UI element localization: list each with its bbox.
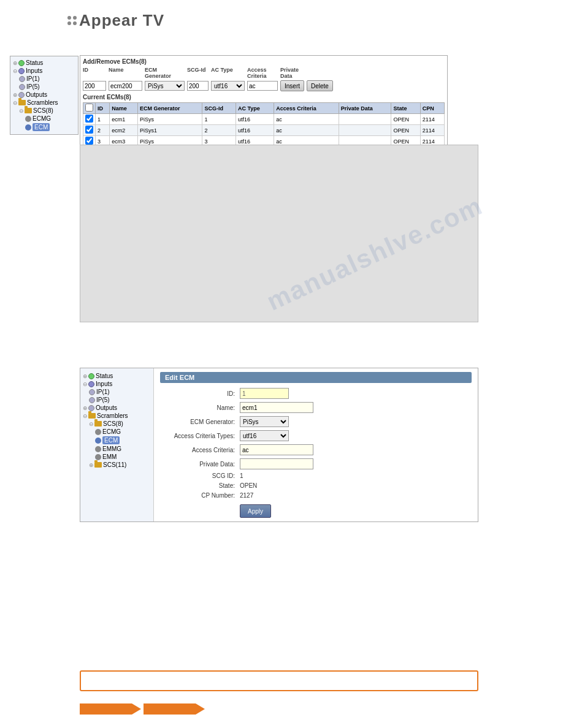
nav-ecmg-bottom[interactable]: ECMG [83,428,151,436]
form-row-ac: Access Criteria: [160,444,472,455]
logo-dot [73,21,77,25]
nav-scs8-bottom[interactable]: ⊖ SCS(8) [83,420,151,428]
nav-ip1-top[interactable]: IP(1) [13,75,75,83]
cell-ac: ac [274,125,339,136]
nav-status-label-bottom: Status [96,373,113,379]
col-gen: ECM Generator [138,103,202,114]
add-id-input[interactable] [83,81,106,91]
state-value: OPEN [240,482,257,489]
add-ac-input[interactable] [247,81,278,91]
nav-scs8-label-top: SCS(8) [33,107,53,114]
nav-outputs-top[interactable]: ⊕ Outputs [13,91,75,99]
private-data-input[interactable] [240,458,313,469]
delete-button[interactable]: Delete [307,80,333,91]
col-pvt: Private Data [339,103,391,114]
logo-dot [67,21,71,25]
cell-pvt [339,125,391,136]
id-input[interactable] [240,388,289,399]
edit-ecm-title: Edit ECM [160,372,472,383]
name-input[interactable] [240,402,313,413]
logo-dot [67,16,71,20]
private-data-label: Private Data: [160,461,240,468]
nav-tree-bottom: ⊕ Status ⊖ Inputs IP(1) IP(5) ⊕ Outputs … [80,368,154,521]
logo-dot [73,16,77,20]
nav-outputs-label-top: Outputs [26,91,47,98]
col-id: ID [96,103,110,114]
nav-inputs-bottom[interactable]: ⊖ Inputs [83,380,151,388]
add-scgid-input[interactable] [187,81,209,91]
cell-cpn: 2114 [420,114,444,125]
nav-ecmg-top[interactable]: ECMG [13,115,75,123]
nav-emmg-bottom[interactable]: EMMG [83,445,151,453]
add-name-input[interactable] [109,81,142,91]
col-cpn: CPN [420,103,444,114]
name-label: Name: [160,404,240,411]
nav-ip5-top[interactable]: IP(5) [13,83,75,91]
row-checkbox[interactable] [85,126,93,134]
nav-ecm-label-bottom: ECM [102,436,120,444]
nav-emm-bottom[interactable]: EMM [83,453,151,461]
nav-ip5-label-bottom: IP(5) [96,396,110,403]
cell-state: OPEN [391,114,420,125]
nav-outputs-bottom[interactable]: ⊕ Outputs [83,404,151,412]
nav-status-bottom[interactable]: ⊕ Status [83,372,151,380]
form-row-name: Name: [160,402,472,413]
cell-id: 2 [96,125,110,136]
cell-scg: 1 [202,114,236,125]
form-row-cpn: CP Number: 2127 [160,492,472,499]
nav-ip1-label-top: IP(1) [26,75,40,82]
table-row: 1 ecm1 PiSys 1 utf16 ac OPEN 2114 [83,114,445,125]
nav-status-top[interactable]: ⊕ Status [13,59,75,67]
nav-scramblers-top[interactable]: ⊖ Scramblers [13,99,75,107]
nav-scs8-top[interactable]: ⊖ SCS(8) [13,107,75,115]
cell-ac: ac [274,114,339,125]
col-state: State [391,103,420,114]
state-label: State: [160,482,240,489]
ac-input[interactable] [240,444,313,455]
nav-inputs-top[interactable]: ⊖ Inputs [13,67,75,75]
cell-cpn: 2114 [420,125,444,136]
insert-button[interactable]: Insert [280,80,304,91]
apply-button[interactable]: Apply [240,504,271,518]
add-actype-select[interactable]: utf16 [211,81,245,91]
nav-emmg-label-bottom: EMMG [102,446,121,452]
nav-ip5-bottom[interactable]: IP(5) [83,396,151,404]
cell-scg: 2 [202,125,236,136]
nav-ecmg-label-bottom: ECMG [102,428,121,435]
nav-scs8-label-bottom: SCS(8) [103,420,123,427]
add-generator-select[interactable]: PiSys [145,81,185,91]
nav-emm-label-bottom: EMM [102,453,117,460]
cell-actype: utf16 [236,114,274,125]
ac-label: Access Criteria: [160,447,240,453]
row-checkbox[interactable] [85,137,93,145]
nav-ip1-bottom[interactable]: IP(1) [83,388,151,396]
logo-dots [67,16,77,25]
nav-ecm-label-top: ECM [33,123,50,131]
ac-types-label: Access Criteria Types: [160,433,240,439]
nav-scramblers-bottom[interactable]: ⊖ Scramblers [83,412,151,420]
nav-ecm-top[interactable]: ECM [13,123,75,132]
cell-pvt [339,114,391,125]
generator-select[interactable]: PiSys [240,416,289,427]
cell-gen: PiSys1 [138,125,202,136]
col-actype: AC Type [236,103,274,114]
logo-text: Appear TV [79,11,164,30]
scgid-value: 1 [240,472,243,479]
col-name: Name [110,103,138,114]
row-checkbox[interactable] [85,115,93,123]
nav-inputs-label-bottom: Inputs [96,381,112,387]
cell-state: OPEN [391,125,420,136]
cell-name: ecm1 [110,114,138,125]
form-row-generator: ECM Generator: PiSys [160,416,472,427]
bottom-arrows [80,703,205,715]
ac-types-select[interactable]: utf16 [240,430,289,441]
cpn-value: 2127 [240,492,253,499]
col-scgid: SCG-Id [202,103,236,114]
cell-name: ecm2 [110,125,138,136]
gray-content-panel [80,145,478,322]
nav-ip5-label-top: IP(5) [26,83,40,90]
select-all-checkbox[interactable] [85,104,93,112]
table-row: 2 ecm2 PiSys1 2 utf16 ac OPEN 2114 [83,125,445,136]
nav-ecm-bottom[interactable]: ECM [83,436,151,445]
nav-scs11-bottom[interactable]: ⊕ SCS(11) [83,461,151,469]
